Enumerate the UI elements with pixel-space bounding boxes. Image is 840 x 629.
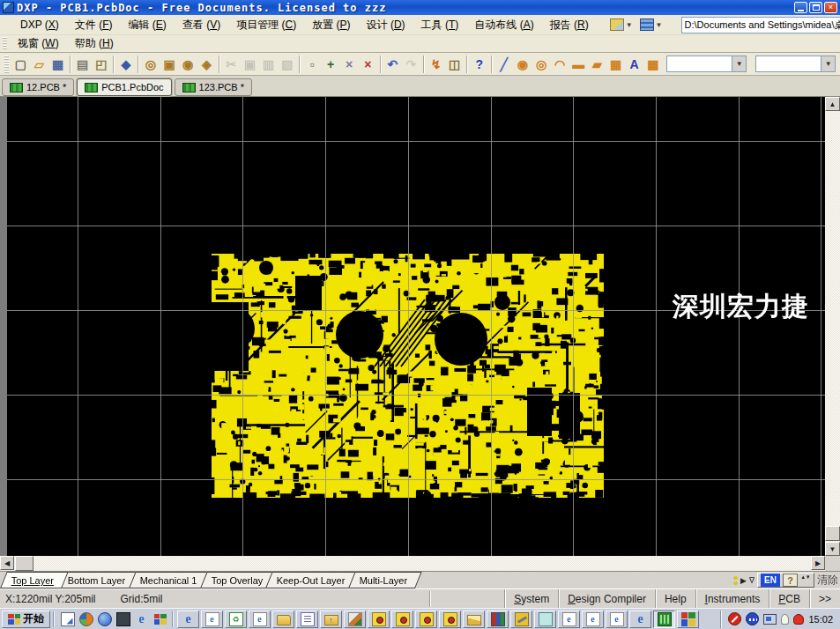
toolbar-grip[interactable] (4, 56, 9, 73)
print-preview-button[interactable]: ◰ (92, 55, 110, 74)
layer-tool-button[interactable]: ▼ (637, 17, 665, 33)
task-button-3[interactable]: e (249, 610, 271, 628)
task-button-14[interactable] (510, 610, 532, 628)
address-input[interactable] (682, 19, 840, 30)
menu-item-1[interactable]: 帮助 (H) (67, 34, 122, 53)
mask-funnel-icon[interactable]: ∇ (749, 576, 755, 585)
task-button-0[interactable]: e (177, 610, 199, 628)
place-line-button[interactable]: ╱ (494, 55, 513, 74)
task-button-2[interactable]: ♻ (225, 610, 247, 628)
measure-tool-button[interactable]: ▼ (607, 17, 636, 33)
move-selection-button[interactable]: + (321, 55, 339, 74)
panel-button-system[interactable]: System (504, 589, 558, 608)
panel-button-instruments[interactable]: Instruments (695, 589, 769, 608)
quick-launch-show-desktop[interactable] (58, 610, 77, 628)
quick-launch-messenger[interactable] (95, 610, 114, 628)
task-button-16[interactable]: e (558, 610, 580, 628)
menu-item-0[interactable]: DXP (X) (12, 17, 67, 33)
task-button-19[interactable]: e (629, 610, 651, 628)
start-button[interactable]: 开始 (2, 610, 50, 628)
task-button-8[interactable] (368, 610, 390, 628)
task-button-7[interactable] (344, 610, 366, 628)
snap-dots-icon[interactable] (733, 575, 738, 586)
task-button-5[interactable] (296, 610, 318, 628)
chevron-down-icon[interactable]: ▼ (821, 56, 835, 71)
find-similar-button[interactable]: ◫ (445, 55, 464, 74)
task-button-6[interactable]: ↑ (320, 610, 342, 628)
menu-item-3[interactable]: 查看 (V) (175, 16, 228, 34)
print-button[interactable]: ▤ (73, 55, 92, 74)
address-combo[interactable]: ▼ (681, 17, 840, 33)
task-button-12[interactable] (463, 610, 485, 628)
chevron-down-icon[interactable]: ▼ (732, 56, 746, 71)
layer-tab-top-layer[interactable]: Top Layer (0, 572, 69, 588)
panel-button-design-compiler[interactable]: Design Compiler (558, 589, 655, 608)
layer-tab-bottom-layer[interactable]: Bottom Layer (56, 572, 140, 588)
quick-launch-media-player[interactable] (77, 610, 95, 628)
task-button-4[interactable] (272, 610, 294, 628)
toolbar-combo-1[interactable]: ▼ (755, 56, 836, 72)
zoom-document-button[interactable]: ◎ (141, 55, 160, 74)
task-button-17[interactable]: e (582, 610, 604, 628)
scroll-right-button[interactable]: ▶ (811, 556, 825, 570)
title-bar[interactable]: DXP - PCB1.PcbDoc - Free Documents. Lice… (0, 0, 840, 15)
vertical-scroll-thumb[interactable] (825, 526, 840, 541)
horizontal-scroll-thumb[interactable] (15, 556, 33, 571)
deselect-all-button[interactable]: × (340, 55, 359, 74)
audio-tray-icon[interactable] (746, 612, 759, 625)
menu-item-8[interactable]: 自动布线 (A) (466, 16, 541, 34)
scroll-left-button[interactable]: ◀ (0, 556, 14, 570)
menu-item-4[interactable]: 项目管理 (C) (228, 16, 304, 34)
help-button[interactable]: ? (470, 55, 488, 74)
toolbar-grip[interactable] (3, 37, 7, 50)
language-options-button[interactable]: ▴ ▾ (800, 574, 811, 587)
place-pad-button[interactable]: ◉ (513, 55, 532, 74)
zoom-area-button[interactable]: ▣ (160, 55, 179, 74)
zoom-filtered-button[interactable]: ◈ (197, 55, 216, 74)
browse-library-button[interactable]: ◆ (116, 55, 135, 74)
network-tray-icon[interactable] (763, 614, 777, 625)
scroll-down-button[interactable]: ▼ (825, 542, 840, 556)
task-button-18[interactable]: e (606, 610, 628, 628)
task-button-11[interactable] (439, 610, 461, 628)
menu-item-5[interactable]: 放置 (P) (304, 16, 358, 34)
menu-item-6[interactable]: 设计 (D) (359, 16, 413, 34)
place-via-button[interactable]: ◎ (532, 55, 550, 74)
layer-scroll-icon[interactable]: ▶ (740, 576, 747, 585)
minimize-button[interactable] (794, 2, 807, 13)
task-button-10[interactable] (415, 610, 437, 628)
document-tab-1[interactable]: PCB1.PcbDoc (77, 78, 171, 96)
task-button-15[interactable] (534, 610, 556, 628)
new-document-button[interactable]: ▢ (11, 55, 30, 74)
place-array-button[interactable]: ▦ (606, 55, 625, 74)
panel-button-pcb[interactable]: PCB (769, 589, 809, 608)
zoom-points-button[interactable]: ◉ (179, 55, 197, 74)
quick-launch-windows-flag[interactable] (151, 610, 169, 628)
language-help-button[interactable]: ? (783, 574, 798, 587)
document-tab-0[interactable]: 12.PCB * (2, 78, 74, 96)
save-document-button[interactable]: ▦ (48, 55, 67, 74)
mute-tray-icon[interactable] (728, 612, 741, 625)
quick-launch-internet-explorer[interactable]: e (132, 610, 151, 628)
scroll-up-button[interactable]: ▲ (825, 97, 840, 111)
horizontal-scrollbar[interactable]: ◀ ▶ (0, 556, 825, 571)
quick-launch-console[interactable] (114, 610, 132, 628)
clear-filter-button[interactable]: × (359, 55, 377, 74)
bulb-tray-icon[interactable] (781, 614, 789, 625)
vertical-scrollbar[interactable]: ▲ ▼ (825, 97, 840, 556)
task-button-13[interactable] (487, 610, 509, 628)
task-button-20[interactable] (653, 610, 675, 628)
place-component-button[interactable]: ▩ (643, 55, 662, 74)
toolbar-combo-0[interactable]: ▼ (666, 56, 747, 72)
menu-item-9[interactable]: 报告 (R) (542, 16, 597, 34)
menu-item-1[interactable]: 文件 (F) (67, 16, 121, 34)
task-button-21[interactable] (677, 610, 699, 628)
layer-tab-mechanical-1[interactable]: Mechanical 1 (129, 572, 212, 588)
place-fill-button[interactable]: ▬ (569, 55, 588, 74)
layer-tab-multi-layer[interactable]: Multi-Layer (348, 572, 422, 588)
undo-button[interactable]: ↶ (383, 55, 402, 74)
place-arc-button[interactable]: ◠ (551, 55, 569, 74)
select-area-button[interactable]: ▫ (302, 55, 321, 74)
open-document-button[interactable]: ▱ (30, 55, 48, 74)
pcb-editor-canvas[interactable]: 深圳宏力捷 (0, 97, 825, 556)
